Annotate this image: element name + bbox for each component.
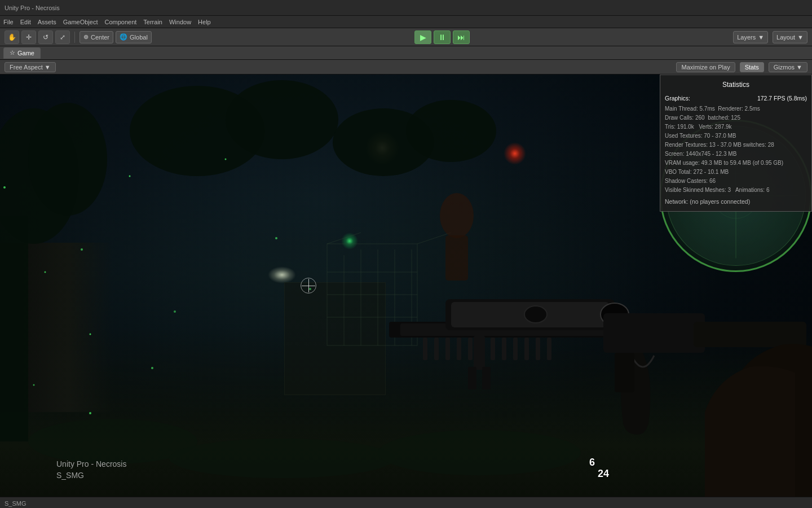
ammo-current: 6 — [589, 457, 595, 468]
weapon-svg — [389, 243, 812, 497]
gizmos-arrow: ▼ — [796, 64, 802, 71]
status-weapon: S_SMG — [5, 500, 27, 507]
menu-window[interactable]: Window — [169, 19, 191, 25]
stats-threads: Main Thread: 5.7ms Renderer: 2.5ms — [665, 104, 807, 113]
stats-fps: 172.7 FPS (5.8ms) — [757, 94, 807, 103]
light-green — [341, 233, 358, 249]
svg-rect-45 — [468, 338, 473, 360]
svg-rect-47 — [491, 338, 495, 360]
stats-panel: Statistics Graphics: 172.7 FPS (5.8ms) M… — [660, 75, 812, 212]
tab-game[interactable]: ☆ Game — [3, 47, 41, 59]
toolbar: ✋ ✛ ↺ ⤢ ⊕ Center 🌐 Global ▶ ⏸ ⏭ Layers ▼… — [0, 28, 812, 46]
stats-textures: Used Textures: 70 - 37.0 MB — [665, 132, 807, 141]
svg-point-39 — [524, 306, 547, 323]
menu-gameobject[interactable]: GameObject — [63, 19, 98, 25]
aspect-dropdown[interactable]: Free Aspect ▼ — [5, 62, 56, 72]
tab-bar: ☆ Game — [0, 46, 812, 60]
separator-1 — [74, 32, 75, 43]
menu-assets[interactable]: Assets — [38, 19, 56, 25]
svg-rect-41 — [423, 338, 427, 360]
stats-skinned: Visible Skinned Meshes: 3 Animations: 6 — [665, 186, 807, 195]
stats-vbo: VBO Total: 272 - 10.1 MB — [665, 168, 807, 177]
svg-rect-48 — [502, 338, 506, 360]
gizmos-label: Gizmos — [774, 64, 795, 71]
stats-fps-row: Graphics: 172.7 FPS (5.8ms) — [665, 94, 807, 103]
layers-arrow: ▼ — [758, 34, 764, 41]
stats-screen: Screen: 1440x745 - 12.3 MB — [665, 150, 807, 159]
play-button[interactable]: ▶ — [414, 30, 431, 44]
menu-file[interactable]: File — [3, 19, 14, 25]
tool-hand[interactable]: ✋ — [5, 30, 19, 44]
tool-move[interactable]: ✛ — [21, 30, 36, 44]
svg-rect-55 — [615, 353, 634, 392]
stats-draw: Draw Calls: 260 batched: 125 — [665, 113, 807, 122]
menu-component[interactable]: Component — [104, 19, 136, 25]
stats-label: Stats — [745, 64, 759, 71]
layout-dropdown[interactable]: Layout ▼ — [773, 31, 807, 43]
pause-button[interactable]: ⏸ — [434, 30, 451, 44]
stats-button[interactable]: Stats — [740, 62, 764, 72]
light-center — [365, 131, 399, 165]
ammo-reserve: 24 — [598, 468, 609, 480]
title-text: Unity Pro - Necrosis — [5, 5, 60, 11]
light-red — [504, 142, 526, 165]
svg-rect-52 — [547, 338, 551, 360]
maximize-button[interactable]: Maximize on Play — [676, 62, 735, 72]
space-icon: 🌐 — [120, 33, 127, 41]
menu-edit[interactable]: Edit — [20, 19, 31, 25]
tab-game-label: Game — [17, 50, 34, 56]
tab-game-icon: ☆ — [10, 49, 15, 56]
stats-render-tex: Render Textures: 13 - 37.0 MB switches: … — [665, 141, 807, 150]
layout-arrow: ▼ — [797, 34, 804, 41]
layers-label: Layers — [737, 34, 756, 41]
structure-left — [0, 243, 113, 412]
svg-rect-56 — [474, 336, 485, 370]
aspect-arrow: ▼ — [45, 64, 51, 71]
stats-network: Network: (no players connected) — [665, 197, 807, 207]
pivot-label: Center — [91, 34, 109, 41]
stats-graphics-label: Graphics: — [665, 94, 690, 103]
svg-rect-51 — [536, 338, 540, 360]
game-watermark: Unity Pro - Necrosis — [56, 459, 126, 468]
svg-rect-43 — [445, 338, 450, 360]
pivot-icon: ⊕ — [83, 33, 89, 41]
layout-label: Layout — [776, 34, 795, 41]
svg-rect-53 — [603, 313, 705, 353]
playback-controls: ▶ ⏸ ⏭ — [154, 30, 731, 44]
svg-rect-58 — [482, 367, 491, 389]
maximize-label: Maximize on Play — [681, 64, 730, 71]
structure-mid — [284, 282, 386, 395]
stats-vram: VRAM usage: 49.3 MB to 59.4 MB (of 0.95 … — [665, 159, 807, 168]
gizmos-button[interactable]: Gizmos ▼ — [769, 62, 807, 72]
pivot-dropdown[interactable]: ⊕ Center — [80, 31, 113, 43]
svg-rect-44 — [457, 338, 461, 360]
svg-rect-50 — [524, 338, 529, 360]
stats-tris: Tris: 191.0k Verts: 287.9k — [665, 122, 807, 132]
crosshair-circle — [301, 278, 316, 294]
game-view-bar: Free Aspect ▼ Maximize on Play Stats Giz… — [0, 60, 812, 75]
space-dropdown[interactable]: 🌐 Global — [116, 31, 152, 43]
step-button[interactable]: ⏭ — [453, 30, 470, 44]
aspect-label: Free Aspect — [10, 64, 43, 71]
menu-help[interactable]: Help — [198, 19, 211, 25]
layers-dropdown[interactable]: Layers ▼ — [733, 31, 768, 43]
svg-rect-54 — [694, 322, 806, 347]
game-viewport: 6 24 S_SMG Unity Pro - Necrosis Statisti… — [0, 75, 812, 497]
svg-rect-42 — [434, 338, 439, 360]
game-title: S_SMG — [56, 471, 84, 480]
status-bar: S_SMG — [0, 497, 812, 508]
menu-bar: File Edit Assets GameObject Component Te… — [0, 16, 812, 28]
tool-rotate[interactable]: ↺ — [38, 30, 53, 44]
stats-shadow: Shadow Casters: 66 — [665, 177, 807, 186]
svg-rect-57 — [468, 367, 476, 389]
stats-title: Statistics — [665, 80, 807, 90]
toolbar-right: Layers ▼ Layout ▼ — [733, 31, 807, 43]
title-bar: Unity Pro - Necrosis — [0, 0, 812, 16]
svg-rect-49 — [513, 338, 518, 360]
light-white — [268, 266, 296, 283]
space-label: Global — [130, 34, 148, 41]
tool-scale[interactable]: ⤢ — [55, 30, 70, 44]
menu-terrain[interactable]: Terrain — [143, 19, 162, 25]
